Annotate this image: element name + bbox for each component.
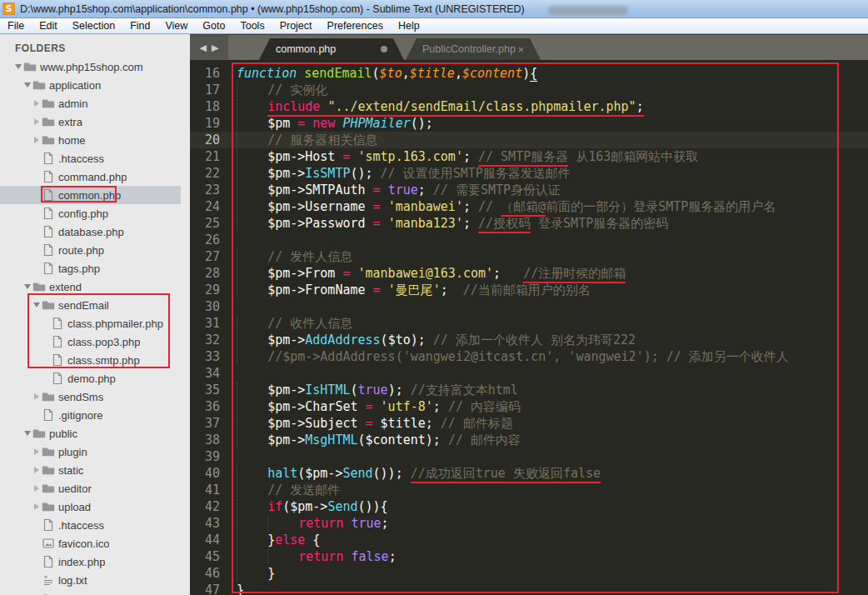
tree-item-demo.php[interactable]: demo.php [0, 369, 181, 388]
folder-icon [42, 500, 55, 513]
code-line-37[interactable]: 37 $pm->Subject = $title; // 邮件标题 [190, 415, 868, 432]
expand-closed-icon[interactable] [34, 503, 39, 510]
tree-item-class.smtp.php[interactable]: class.smtp.php [0, 351, 181, 369]
tab-PublicController.php[interactable]: PublicController.php× [406, 38, 541, 60]
code-line-35[interactable]: 35 $pm->IsHTML(true); //支持富文本html [190, 382, 868, 398]
expand-closed-icon[interactable] [34, 448, 39, 455]
code-line-25[interactable]: 25 $pm->Password = 'manba123'; //授权码 登录S… [190, 215, 868, 232]
tree-item-route.php[interactable]: route.php [0, 241, 181, 259]
code-line-24[interactable]: 24 $pm->Username = 'manbawei'; // （邮箱@前面… [190, 198, 868, 215]
code-line-36[interactable]: 36 $pm->CharSet = 'utf-8'; // 内容编码 [190, 398, 868, 415]
code-line-22[interactable]: 22 $pm->IsSMTP(); // 设置使用SMTP服务器发送邮件 [190, 165, 868, 182]
menu-item-selection[interactable]: Selection [65, 18, 122, 33]
tree-item-sendEmail[interactable]: sendEmail [0, 296, 181, 314]
expand-closed-icon[interactable] [34, 485, 39, 492]
tree-item-label: common.php [58, 189, 121, 202]
tree-item-log.txt[interactable]: log.txt [0, 571, 181, 589]
code-line-45[interactable]: 45 return false; [190, 548, 868, 565]
expand-open-icon[interactable] [24, 284, 31, 289]
code-line-19[interactable]: 19 $pm = new PHPMailer(); [190, 115, 868, 132]
tree-item-.htaccess[interactable]: .htaccess [0, 149, 181, 168]
tree-item-class.pop3.php[interactable]: class.pop3.php [0, 332, 181, 351]
line-number: 32 [190, 332, 220, 348]
code-line-38[interactable]: 38 $pm->MsgHTML($content); // 邮件内容 [190, 432, 868, 448]
code-line-47[interactable]: 47} [190, 582, 868, 595]
expand-closed-icon[interactable] [34, 118, 39, 125]
line-number: 16 [190, 65, 220, 82]
code-line-18[interactable]: 18 include "../extend/sendEmail/class.ph… [190, 98, 868, 115]
tree-item-.gitignore[interactable]: .gitignore [0, 406, 181, 424]
code-line-23[interactable]: 23 $pm->SMTPAuth = true; // 需要SMTP身份认证 [190, 182, 868, 198]
menu-item-file[interactable]: File [0, 18, 32, 33]
tab-common.php[interactable]: common.php [259, 38, 404, 60]
tree-item-command.php[interactable]: command.php [0, 168, 181, 186]
code-line-28[interactable]: 28 $pm->From = 'manbawei@163.com'; //注册时… [190, 265, 868, 282]
tree-item-sendSms[interactable]: sendSms [0, 388, 181, 406]
tab-nav-back-icon[interactable]: ◀ [200, 43, 207, 52]
tree-item-public[interactable]: public [0, 424, 181, 442]
code-line-32[interactable]: 32 $pm->AddAddress($to); // 添加一个收件人 别名为玮… [190, 332, 868, 348]
expand-closed-icon[interactable] [34, 467, 39, 473]
code-line-33[interactable]: 33 //$pm->AddAddress('wangwei2@itcast.cn… [190, 348, 868, 365]
menu-item-view[interactable]: View [157, 18, 195, 33]
tree-item-extra[interactable]: extra [0, 112, 181, 131]
code-line-16[interactable]: 16function sendEmail($to,$title,$content… [190, 65, 868, 82]
tree-item-application[interactable]: application [0, 76, 181, 94]
code-line-29[interactable]: 29 $pm->FromName = '曼巴尾'; //当前邮箱用户的别名 [190, 282, 868, 298]
expand-open-icon[interactable] [15, 64, 22, 69]
folder-icon [32, 280, 46, 293]
code-line-39[interactable]: 39 [190, 448, 868, 465]
tab-nav-forward-icon[interactable]: ▶ [212, 43, 218, 52]
tab-close-icon[interactable]: × [517, 44, 524, 55]
menu-item-project[interactable]: Project [272, 18, 320, 33]
tree-item-partial[interactable] [0, 589, 181, 595]
tree-item-database.php[interactable]: database.php [0, 222, 181, 241]
tree-item-index.php[interactable]: index.php [0, 552, 181, 571]
tree-item-upload[interactable]: upload [0, 498, 181, 516]
tree-item-home[interactable]: home [0, 131, 181, 149]
code-line-40[interactable]: 40 halt($pm->Send()); //成功返回true 失败返回fal… [190, 465, 868, 482]
menu-item-goto[interactable]: Goto [195, 18, 232, 33]
expand-open-icon[interactable] [33, 302, 40, 308]
expand-closed-icon[interactable] [34, 137, 39, 143]
code-line-30[interactable]: 30 [190, 298, 868, 315]
code-line-34[interactable]: 34 [190, 365, 868, 382]
tree-item-admin[interactable]: admin [0, 94, 181, 112]
code-line-41[interactable]: 41 // 发送邮件 [190, 482, 868, 498]
menu-item-tools[interactable]: Tools [232, 18, 272, 33]
expand-open-icon[interactable] [24, 431, 31, 436]
tree-item-config.php[interactable]: config.php [0, 204, 181, 222]
code-line-46[interactable]: 46 } [190, 565, 868, 582]
tree-item-.htaccess[interactable]: .htaccess [0, 516, 181, 534]
folder-icon [42, 390, 55, 403]
code-line-44[interactable]: 44 }else { [190, 532, 868, 548]
code-line-42[interactable]: 42 if($pm->Send()){ [190, 498, 868, 515]
tree-item-label: log.txt [58, 574, 87, 587]
tree-item-favicon.ico[interactable]: favicon.ico [0, 534, 181, 552]
expand-closed-icon[interactable] [34, 100, 39, 107]
menu-item-preferences[interactable]: Preferences [320, 18, 391, 33]
code-line-27[interactable]: 27 // 发件人信息 [190, 248, 868, 265]
line-number: 22 [190, 165, 220, 182]
code-line-31[interactable]: 31 // 收件人信息 [190, 315, 868, 332]
tree-item-www.php15shop.com[interactable]: www.php15shop.com [0, 58, 181, 76]
expand-closed-icon[interactable] [34, 393, 39, 400]
tree-item-common.php[interactable]: common.php [0, 186, 181, 204]
expand-open-icon[interactable] [24, 82, 31, 88]
code-area[interactable]: 16function sendEmail($to,$title,$content… [190, 60, 868, 595]
menu-item-edit[interactable]: Edit [32, 18, 65, 33]
code-line-17[interactable]: 17 // 实例化 [190, 82, 868, 98]
tree-item-ueditor[interactable]: ueditor [0, 479, 181, 498]
tree-item-tags.php[interactable]: tags.php [0, 259, 181, 278]
tree-item-static[interactable]: static [0, 461, 181, 479]
code-line-21[interactable]: 21 $pm->Host = 'smtp.163.com'; // SMTP服务… [190, 148, 868, 165]
menu-item-help[interactable]: Help [391, 18, 427, 33]
tree-item-class.phpmailer.php[interactable]: class.phpmailer.php [0, 314, 181, 332]
code-line-43[interactable]: 43 return true; [190, 515, 868, 532]
menu-item-find[interactable]: Find [122, 18, 157, 33]
tree-item-extend[interactable]: extend [0, 278, 181, 296]
code-line-26[interactable]: 26 [190, 232, 868, 248]
tree-item-plugin[interactable]: plugin [0, 442, 181, 461]
tree-item-label: static [58, 464, 83, 477]
code-line-20[interactable]: 20 // 服务器相关信息 [190, 132, 868, 148]
